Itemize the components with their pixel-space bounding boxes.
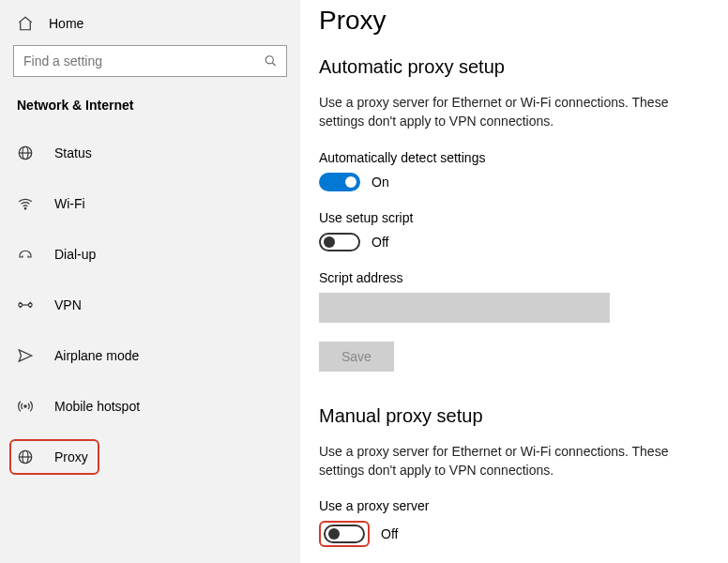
airplane-icon — [17, 347, 34, 364]
sidebar-item-hotspot[interactable]: Mobile hotspot — [13, 388, 287, 424]
main-content: Proxy Automatic proxy setup Use a proxy … — [300, 0, 728, 563]
script-address-input[interactable] — [319, 293, 610, 323]
auto-setup-desc: Use a proxy server for Ethernet or Wi-Fi… — [319, 93, 702, 131]
svg-point-5 — [24, 208, 26, 210]
search-wrap — [13, 45, 287, 77]
sidebar-item-label: Airplane mode — [54, 348, 139, 363]
save-button[interactable]: Save — [319, 342, 394, 372]
setup-script-toggle[interactable] — [319, 233, 360, 251]
sidebar-item-label: Wi-Fi — [54, 196, 85, 211]
sidebar-item-label: Dial-up — [54, 247, 96, 262]
sidebar-item-proxy[interactable]: Proxy — [9, 439, 99, 475]
status-icon — [17, 145, 34, 161]
home-label: Home — [49, 16, 83, 31]
detect-settings-label: Automatically detect settings — [319, 150, 702, 165]
detect-settings-state: On — [372, 175, 389, 190]
sidebar-item-dialup[interactable]: Dial-up — [13, 236, 287, 272]
svg-point-6 — [19, 303, 23, 307]
sidebar-item-label: Proxy — [54, 449, 88, 464]
manual-setup-desc: Use a proxy server for Ethernet or Wi-Fi… — [319, 442, 702, 480]
search-input[interactable] — [13, 45, 287, 77]
svg-point-7 — [28, 303, 32, 307]
use-proxy-state: Off — [381, 526, 398, 541]
proxy-icon — [17, 449, 34, 465]
use-proxy-label: Use a proxy server — [319, 498, 702, 513]
use-proxy-toggle[interactable] — [324, 525, 365, 543]
dialup-icon — [17, 246, 34, 263]
wifi-icon — [17, 195, 34, 212]
sidebar-section-title: Network & Internet — [13, 94, 287, 135]
sidebar-item-vpn[interactable]: VPN — [13, 287, 287, 323]
sidebar: Home Network & Internet Status Wi-Fi Dia… — [0, 0, 300, 563]
svg-point-8 — [24, 405, 26, 407]
setup-script-label: Use setup script — [319, 210, 702, 225]
setup-script-state: Off — [372, 235, 388, 250]
use-proxy-highlight — [319, 521, 370, 547]
sidebar-item-label: Mobile hotspot — [54, 399, 140, 414]
sidebar-item-label: VPN — [54, 297, 82, 312]
script-address-label: Script address — [319, 270, 702, 285]
sidebar-item-airplane[interactable]: Airplane mode — [13, 338, 287, 373]
hotspot-icon — [17, 398, 34, 415]
detect-settings-toggle[interactable] — [319, 173, 360, 191]
sidebar-item-label: Status — [54, 145, 92, 160]
sidebar-item-status[interactable]: Status — [13, 135, 287, 171]
vpn-icon — [17, 297, 34, 313]
manual-setup-title: Manual proxy setup — [319, 405, 702, 427]
auto-setup-title: Automatic proxy setup — [319, 56, 702, 78]
home-nav[interactable]: Home — [13, 11, 287, 45]
page-title: Proxy — [319, 6, 702, 36]
home-icon — [17, 15, 34, 32]
sidebar-item-wifi[interactable]: Wi-Fi — [13, 186, 287, 221]
